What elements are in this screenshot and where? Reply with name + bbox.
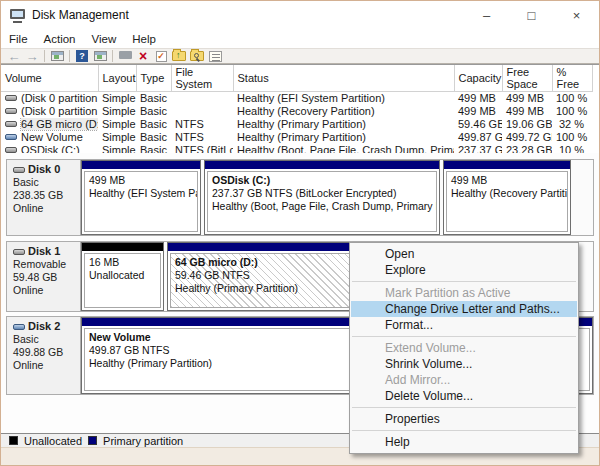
menu-separator — [352, 281, 576, 282]
volume-icon — [5, 121, 17, 127]
cell-layout: Simple — [98, 131, 136, 144]
cell-type: Basic — [136, 131, 171, 144]
menu-help[interactable]: Help — [124, 31, 164, 47]
console-window-icon[interactable] — [48, 49, 66, 63]
disk-name: Disk 2 — [28, 320, 60, 333]
legend-primary-label: Primary partition — [103, 435, 183, 447]
col-type[interactable]: Type — [136, 65, 171, 92]
col-free-space[interactable]: Free Space — [502, 65, 552, 92]
cell-status: Healthy (Primary Partition) — [233, 131, 454, 144]
menu-view[interactable]: View — [84, 31, 125, 47]
menu-delete-volume[interactable]: Delete Volume... — [351, 388, 577, 404]
minimize-button[interactable]: – — [464, 1, 509, 29]
primary-partition-swatch — [88, 436, 97, 445]
menu-file[interactable]: File — [1, 31, 36, 47]
col-pct-free[interactable]: % Free — [552, 65, 592, 92]
app-icon — [10, 9, 26, 22]
cell-status: Healthy (Primary Partition) — [233, 118, 454, 131]
cell-free: 499 MB — [502, 105, 552, 118]
partition-size: 499 MB — [89, 174, 193, 187]
col-volume[interactable]: Volume — [1, 65, 98, 92]
cell-type: Basic — [136, 105, 171, 118]
disk-name: Disk 0 — [28, 163, 60, 176]
menu-format[interactable]: Format... — [351, 317, 577, 333]
check-task-icon[interactable]: ✓ — [152, 49, 170, 63]
partition-status: Healthy (EFI System Partition) — [89, 187, 193, 200]
disk-icon — [13, 324, 25, 330]
cell-type: Basic — [136, 92, 171, 105]
cell-pct-free: 100 % — [552, 131, 592, 144]
volume-row-selected[interactable]: 64 GB micro (D:) Simple Basic NTFS Healt… — [1, 118, 592, 131]
volume-name: (Disk 0 partition 1) — [21, 92, 98, 104]
help-icon[interactable]: ? — [73, 49, 91, 63]
toolbar-separator — [69, 50, 70, 62]
properties-list-icon[interactable] — [206, 49, 224, 63]
volume-icon — [5, 134, 17, 140]
col-layout[interactable]: Layout — [98, 65, 136, 92]
cell-fs — [171, 105, 233, 118]
back-icon[interactable]: ← — [5, 49, 23, 63]
menu-shrink-volume[interactable]: Shrink Volume... — [351, 356, 577, 372]
menu-separator — [352, 407, 576, 408]
cell-status: Healthy (EFI System Partition) — [233, 92, 454, 105]
menu-action[interactable]: Action — [36, 31, 84, 47]
unallocated-swatch — [9, 436, 18, 445]
partition-osdisk-c[interactable]: OSDisk (C:) 237.37 GB NTFS (BitLocker En… — [204, 160, 440, 235]
disk-2-header[interactable]: Disk 2 Basic 499.88 GB Online — [7, 317, 81, 394]
partition-color-strip — [82, 161, 200, 169]
partition-recovery[interactable]: 499 MB Healthy (Recovery Partition) — [443, 160, 571, 235]
menu-open[interactable]: Open — [351, 246, 577, 262]
col-capacity[interactable]: Capacity — [454, 65, 502, 92]
folder-explore-icon[interactable] — [188, 49, 206, 63]
disk-0-row: Disk 0 Basic 238.35 GB Online 499 MB Hea… — [6, 159, 594, 236]
volume-name: New Volume — [21, 131, 83, 143]
menu-extend-volume: Extend Volume... — [351, 340, 577, 356]
cell-layout: Simple — [98, 92, 136, 105]
col-status[interactable]: Status — [233, 65, 454, 92]
disk-type: Basic — [13, 176, 78, 189]
menu-mark-partition-active: Mark Partition as Active — [351, 285, 577, 301]
disk-0-header[interactable]: Disk 0 Basic 238.35 GB Online — [7, 160, 81, 235]
partition-status: Healthy (Boot, Page File, Crash Dump, Pr… — [212, 200, 432, 213]
disk-1-header[interactable]: Disk 1 Removable 59.48 GB Online — [7, 242, 81, 311]
menu-explore[interactable]: Explore — [351, 262, 577, 278]
cell-status: Healthy (Recovery Partition) — [233, 105, 454, 118]
cell-layout: Simple — [98, 118, 136, 131]
partition-unallocated[interactable]: 16 MB Unallocated — [81, 242, 164, 311]
close-button[interactable]: × — [554, 1, 599, 29]
maximize-button[interactable]: □ — [509, 1, 554, 29]
folder-open-icon[interactable]: ↑ — [170, 49, 188, 63]
volume-row[interactable]: New Volume Simple Basic NTFS Healthy (Pr… — [1, 131, 592, 144]
cell-capacity: 499.87 GB — [454, 131, 502, 144]
disk-icon — [13, 167, 25, 173]
menu-bar: File Action View Help — [1, 29, 599, 48]
cell-layout: Simple — [98, 105, 136, 118]
partition-size: 237.37 GB NTFS (BitLocker Encrypted) — [212, 187, 432, 200]
menu-properties[interactable]: Properties — [351, 411, 577, 427]
partition-color-strip — [444, 161, 570, 169]
disk-icon — [13, 249, 25, 255]
forward-icon[interactable]: → — [23, 49, 41, 63]
menu-change-drive-letter[interactable]: Change Drive Letter and Paths... — [351, 301, 577, 317]
cell-type: Basic — [136, 118, 171, 131]
partition-size: 16 MB — [89, 256, 156, 269]
menu-separator — [352, 430, 576, 431]
action-pane-icon[interactable] — [91, 49, 109, 63]
partition-size: 499 MB — [451, 174, 563, 187]
cell-pct-free: 100 % — [552, 105, 592, 118]
menu-help[interactable]: Help — [351, 434, 577, 450]
volume-name: 64 GB micro (D:) — [21, 118, 98, 130]
cell-capacity: 499 MB — [454, 105, 502, 118]
disk-size: 59.48 GB — [13, 271, 78, 284]
delete-icon[interactable]: × — [134, 49, 152, 63]
volume-row[interactable]: (Disk 0 partition 1) Simple Basic Health… — [1, 92, 592, 105]
partition-efi[interactable]: 499 MB Healthy (EFI System Partition) — [81, 160, 201, 235]
partition-context-menu: Open Explore Mark Partition as Active Ch… — [349, 242, 579, 454]
col-file-system[interactable]: File System — [171, 65, 233, 92]
tooltip-icon[interactable] — [116, 49, 134, 63]
volume-icon — [5, 108, 17, 114]
volume-row[interactable]: (Disk 0 partition 4) Simple Basic Health… — [1, 105, 592, 118]
volume-table-header: Volume Layout Type File System Status Ca… — [1, 65, 592, 92]
partition-color-strip — [82, 243, 163, 251]
disk-type: Basic — [13, 333, 78, 346]
